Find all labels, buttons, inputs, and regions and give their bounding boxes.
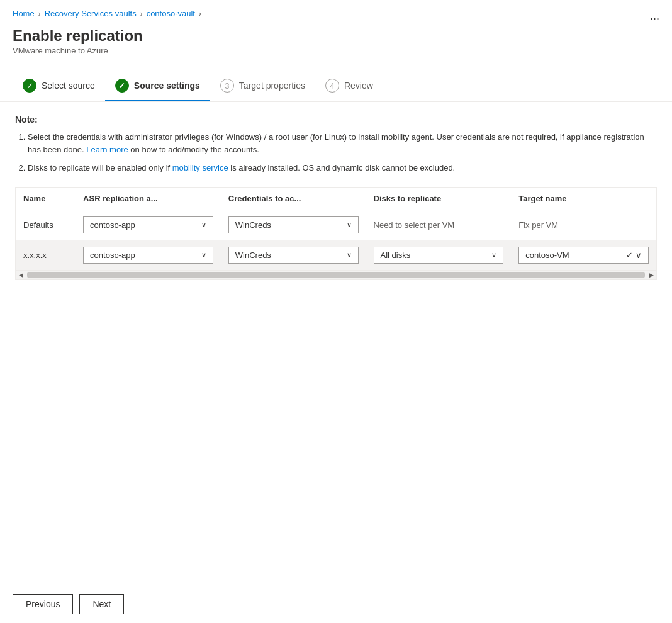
breadcrumb-vault[interactable]: contoso-vault [147, 9, 195, 18]
step-1-icon: ✓ [23, 79, 36, 93]
vm-disks-chevron: ∨ [491, 251, 496, 259]
scroll-right-arrow[interactable]: ▶ [646, 272, 656, 278]
vm-credentials-dropdown[interactable]: WinCreds ∨ [228, 247, 359, 264]
breadcrumb-sep-3: › [199, 9, 201, 18]
table-container: Name ASR replication a... Credentials to… [15, 187, 657, 280]
vm-target-cell: contoso-VM ✓ ∨ [511, 240, 656, 270]
defaults-credentials-value: WinCreds [235, 220, 271, 230]
breadcrumb-sep-2: › [140, 9, 143, 18]
horizontal-scrollbar[interactable]: ◀ ▶ [16, 271, 656, 279]
data-table: Name ASR replication a... Credentials to… [16, 188, 656, 271]
defaults-target-cell: Fix per VM [511, 210, 656, 240]
previous-button[interactable]: Previous [13, 594, 73, 614]
wizard-steps: ✓ Select source ✓ Source settings 3 Targ… [0, 62, 672, 102]
footer: Previous Next [0, 585, 672, 623]
col-asr: ASR replication a... [76, 188, 221, 210]
scrollbar-track[interactable] [27, 272, 645, 278]
vm-target-dropdown[interactable]: contoso-VM ✓ ∨ [518, 247, 649, 264]
breadcrumb-sep-1: › [38, 9, 41, 18]
vm-name: x.x.x.x [16, 240, 76, 270]
defaults-credentials-cell: WinCreds ∨ [221, 210, 366, 240]
next-button[interactable]: Next [79, 594, 124, 614]
col-credentials: Credentials to ac... [221, 188, 366, 210]
defaults-target-value: Fix per VM [518, 220, 558, 230]
step-2-label: Source settings [134, 81, 200, 91]
note-2-text-before: Disks to replicate will be enabled only … [28, 163, 172, 172]
step-4-label: Review [344, 81, 373, 91]
defaults-asr-chevron: ∨ [201, 221, 206, 229]
step-3-label: Target properties [239, 81, 305, 91]
main-content: Note: Select the credentials with admini… [0, 102, 672, 585]
step-source-settings[interactable]: ✓ Source settings [105, 72, 210, 101]
defaults-disks-value: Need to select per VM [374, 220, 455, 230]
page-subtitle: VMware machine to Azure [13, 46, 659, 55]
breadcrumb: Home › Recovery Services vaults › contos… [0, 0, 672, 23]
defaults-name: Defaults [16, 210, 76, 240]
note-2-text-after: is already installed. OS and dynamic dis… [228, 163, 456, 172]
note-1-text-after: on how to add/modify the accounts. [128, 145, 259, 154]
step-review[interactable]: 4 Review [315, 72, 383, 101]
note-section: Note: Select the credentials with admini… [15, 115, 657, 174]
note-list: Select the credentials with administrato… [15, 131, 657, 174]
vm-target-value: contoso-VM [525, 250, 569, 260]
note-title: Note: [15, 115, 657, 125]
table-row: x.x.x.x contoso-app ∨ WinCreds ∨ [16, 240, 656, 270]
col-disks: Disks to replicate [366, 188, 512, 210]
defaults-asr-dropdown[interactable]: contoso-app ∨ [83, 216, 213, 233]
vm-credentials-value: WinCreds [235, 250, 271, 260]
note-item-1: Select the credentials with administrato… [28, 131, 657, 155]
vm-credentials-cell: WinCreds ∨ [221, 240, 366, 270]
vm-asr-dropdown[interactable]: contoso-app ∨ [83, 247, 213, 264]
page-header: ... Enable replication VMware machine to… [0, 23, 672, 62]
learn-more-link[interactable]: Learn more [86, 145, 128, 154]
table-header-row: Name ASR replication a... Credentials to… [16, 188, 656, 210]
breadcrumb-recovery[interactable]: Recovery Services vaults [45, 9, 137, 18]
step-4-icon: 4 [325, 79, 339, 93]
step-2-icon: ✓ [115, 79, 129, 93]
defaults-credentials-chevron: ∨ [347, 221, 352, 229]
vm-asr-value: contoso-app [90, 250, 135, 260]
col-name: Name [16, 188, 76, 210]
step-1-label: Select source [42, 81, 95, 91]
vm-asr-chevron: ∨ [201, 251, 206, 259]
vm-disks-cell: All disks ∨ [366, 240, 512, 270]
vm-disks-dropdown[interactable]: All disks ∨ [374, 247, 504, 264]
mobility-service-link[interactable]: mobility service [172, 163, 228, 172]
step-3-icon: 3 [220, 79, 234, 93]
step-select-source[interactable]: ✓ Select source [13, 72, 105, 101]
page-title: Enable replication [13, 27, 659, 45]
scroll-left-arrow[interactable]: ◀ [16, 272, 26, 278]
defaults-disks-cell: Need to select per VM [366, 210, 512, 240]
vm-disks-value: All disks [381, 250, 411, 260]
table-body: Defaults contoso-app ∨ WinCreds ∨ [16, 210, 656, 270]
defaults-asr-value: contoso-app [90, 220, 135, 230]
table-header: Name ASR replication a... Credentials to… [16, 188, 656, 210]
defaults-asr-cell: contoso-app ∨ [76, 210, 221, 240]
defaults-credentials-dropdown[interactable]: WinCreds ∨ [228, 216, 359, 233]
vm-target-icons: ✓ ∨ [626, 250, 642, 260]
more-options-button[interactable]: ... [650, 9, 659, 23]
breadcrumb-home[interactable]: Home [13, 9, 35, 18]
col-target: Target name [511, 188, 656, 210]
table-row: Defaults contoso-app ∨ WinCreds ∨ [16, 210, 656, 240]
vm-asr-cell: contoso-app ∨ [76, 240, 221, 270]
vm-credentials-chevron: ∨ [347, 251, 352, 259]
step-target-properties[interactable]: 3 Target properties [210, 72, 315, 101]
note-item-2: Disks to replicate will be enabled only … [28, 162, 657, 174]
